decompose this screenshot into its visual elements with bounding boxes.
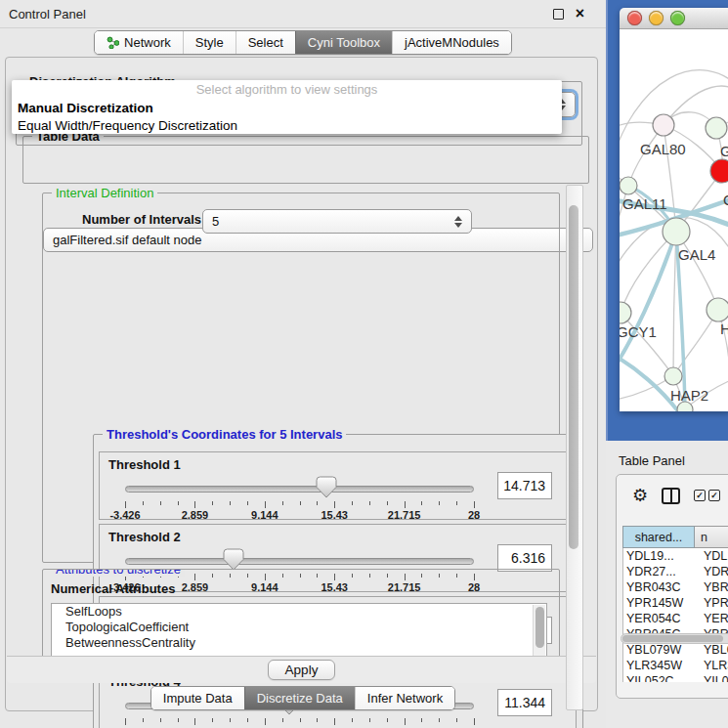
network-icon — [107, 36, 119, 49]
attributes-scrollbar[interactable] — [533, 605, 545, 658]
slider-ticks — [125, 501, 474, 509]
split-view-icon[interactable] — [662, 488, 680, 504]
mac-minimize-button[interactable] — [649, 11, 664, 25]
tab-style[interactable]: Style — [183, 31, 236, 54]
attribute-items: SelfLoopsTopologicalCoefficientBetweenne… — [52, 604, 546, 651]
mac-zoom-button[interactable] — [670, 11, 685, 25]
node-gal11[interactable] — [620, 177, 637, 194]
tab-infer-network[interactable]: Infer Network — [355, 687, 454, 709]
tick-mark — [317, 501, 318, 505]
tab-cyni-toolbox[interactable]: Cyni Toolbox — [295, 31, 392, 54]
control-panel-header: Control Panel × — [0, 0, 606, 28]
table-row[interactable]: YER054CYER0 — [623, 611, 728, 626]
cell-name: YDL1 — [696, 549, 728, 563]
tab-network[interactable]: Network — [95, 31, 183, 54]
slider-thumb[interactable] — [223, 548, 244, 571]
tick-mark — [456, 501, 457, 505]
table-row[interactable]: YIL052CYIL0 — [623, 673, 728, 682]
node-label-gal11: GAL11 — [622, 195, 667, 212]
node-gcy1[interactable] — [620, 302, 631, 323]
slider-track[interactable] — [125, 486, 474, 492]
slider-track[interactable] — [125, 558, 474, 565]
list-item[interactable]: TopologicalCoefficient — [52, 620, 546, 635]
attributes-scrollbar-thumb[interactable] — [535, 607, 544, 648]
slider-thumb[interactable] — [316, 476, 337, 498]
dropdown-prompt-item[interactable]: Select algorithm to view settings — [12, 80, 562, 99]
checkbox-pair-icon[interactable]: ✓ ✓ — [694, 490, 720, 501]
threshold-value-field[interactable]: 6.316 — [497, 544, 552, 572]
tick-mark — [212, 718, 213, 722]
node-gal80[interactable] — [653, 114, 674, 136]
list-item[interactable]: SelfLoops — [52, 604, 546, 620]
threshold-slider[interactable]: -3.4262.8599.14415.4321.71528 — [125, 476, 474, 519]
bottom-tabs-segmented-control: Impute DataDiscretize DataInfer Network — [150, 686, 455, 710]
node-gal4[interactable] — [663, 218, 690, 245]
node-red-selected[interactable] — [710, 159, 728, 183]
table-row[interactable]: YDL19...YDL1 — [623, 548, 728, 564]
table-row[interactable]: YBR043CYBR0 — [623, 579, 728, 595]
cell-name: YBL0 — [696, 643, 728, 657]
close-icon[interactable]: × — [576, 6, 584, 21]
network-edge[interactable] — [673, 232, 676, 376]
column-header-name[interactable]: n — [695, 526, 728, 548]
window-controls: × — [553, 0, 584, 27]
tick-label: 15.43 — [321, 509, 348, 521]
tab-jactivemnodules[interactable]: jActiveMNodules — [392, 31, 511, 54]
tick-mark — [178, 718, 179, 722]
dropdown-option-manual-discretization[interactable]: Manual Discretization — [12, 99, 562, 116]
tick-mark — [421, 718, 422, 722]
tick-mark — [265, 501, 266, 508]
table-horizontal-scrollbar[interactable] — [621, 633, 728, 644]
tab-select[interactable]: Select — [236, 31, 295, 54]
node-h[interactable] — [707, 298, 728, 321]
mac-close-button[interactable] — [627, 11, 642, 25]
column-header-shared-name[interactable]: shared... — [622, 526, 695, 548]
number-of-intervals-combobox[interactable]: 5 — [202, 209, 472, 234]
node-hap2[interactable] — [664, 367, 682, 385]
interval-definition-group: Interval Definition Number of Intervals … — [42, 193, 560, 563]
dropdown-option-equal-width-frequency[interactable]: Equal Width/Frequency Discretization — [12, 116, 562, 134]
top-tab-bar: NetworkStyleSelectCyni ToolboxjActiveMNo… — [0, 30, 606, 55]
table-panel-subpanel: ⚙ ✓ ✓ shared... n YDL19...YDL1YDR27...YD… — [616, 474, 728, 699]
tick-mark — [265, 718, 266, 725]
network-graph: GAL80GACGAL11GAL4GCY1HHAP2 — [620, 29, 728, 411]
tick-mark — [439, 501, 440, 505]
tick-mark — [125, 718, 126, 725]
node-label-hap2: HAP2 — [670, 387, 708, 404]
node-top-right[interactable] — [706, 117, 727, 139]
tick-mark — [387, 718, 388, 722]
tab-discretize-data[interactable]: Discretize Data — [244, 687, 355, 709]
float-panel-icon[interactable] — [553, 9, 564, 20]
table-body: YDL19...YDL1YDR27...YDR2YBR043CYBR0YPR14… — [622, 548, 728, 682]
interval-definition-title: Interval Definition — [52, 186, 157, 200]
numerical-attributes-list[interactable]: SelfLoopsTopologicalCoefficientBetweenne… — [51, 603, 547, 658]
table-row[interactable]: YPR145WYPR1 — [623, 595, 728, 611]
checkbox-icon: ✓ — [694, 490, 706, 501]
table-row[interactable]: YDR27...YDR2 — [623, 564, 728, 579]
table-row[interactable]: YBL079WYBL0 — [623, 642, 728, 658]
algorithm-dropdown-popup: Select algorithm to view settings Manual… — [12, 80, 562, 134]
network-canvas[interactable]: GAL80GACGAL11GAL4GCY1HHAP2 — [620, 29, 728, 411]
tab-impute-data[interactable]: Impute Data — [151, 687, 244, 709]
cyni-toolbox-panel: Discretization Algorithm Table Data galF… — [5, 57, 598, 711]
network-view-area: GAL80GACGAL11GAL4GCY1HHAP2 — [606, 0, 728, 441]
cell-name: YPR1 — [696, 596, 728, 610]
tick-mark — [143, 501, 144, 505]
tick-mark — [474, 501, 475, 508]
tick-mark — [282, 718, 283, 722]
settings-scrollbar[interactable] — [566, 185, 583, 710]
threshold-label: Threshold 1 — [108, 457, 181, 472]
list-item[interactable]: BetweennessCentrality — [52, 635, 546, 651]
gear-icon[interactable]: ⚙ — [632, 487, 648, 504]
network-window-titlebar[interactable] — [620, 8, 728, 29]
table-row[interactable]: YLR345WYLR3 — [623, 658, 728, 673]
number-of-intervals-label: Number of Intervals — [82, 212, 201, 227]
slider-ticks — [125, 718, 474, 726]
settings-scrollbar-thumb[interactable] — [569, 205, 578, 549]
tick-mark — [405, 718, 406, 725]
threshold-value-field[interactable]: 14.713 — [497, 472, 552, 499]
apply-button[interactable]: Apply — [268, 660, 336, 680]
tab-label: jActiveMNodules — [405, 35, 499, 50]
thresholds-coordinates-title: Threshold's Coordinates for 5 Intervals — [103, 427, 346, 442]
table-horizontal-scrollbar-thumb[interactable] — [622, 635, 723, 642]
